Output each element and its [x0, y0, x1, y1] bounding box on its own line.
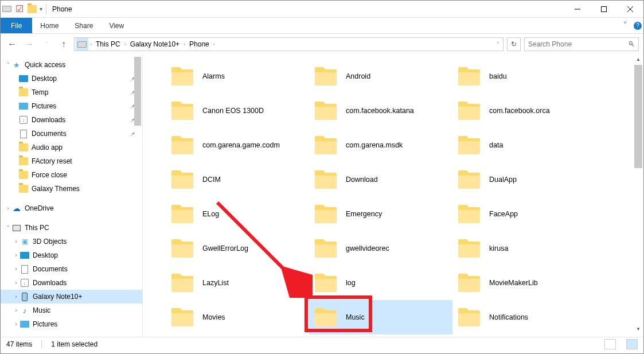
scroll-thumb[interactable]: [634, 65, 642, 168]
folder-icon: [314, 66, 338, 87]
chevron-right-icon[interactable]: ›: [12, 239, 20, 244]
tree-item[interactable]: Documents 📌︎: [1, 127, 142, 141]
folder-item[interactable]: Emergency: [309, 197, 452, 231]
ribbon-collapse-icon[interactable]: ˅: [618, 18, 632, 33]
qa-save-icon[interactable]: ☑: [15, 5, 24, 14]
tree-item[interactable]: ↓ Downloads 📌︎: [1, 113, 142, 127]
folder-item[interactable]: GwellErrorLog: [166, 231, 309, 266]
scroll-up-icon[interactable]: ▲: [634, 57, 642, 65]
chevron-right-icon[interactable]: ›: [12, 252, 20, 258]
tree-item-label: Force close: [32, 171, 138, 179]
tree-item[interactable]: Temp 📌︎: [1, 85, 142, 99]
content-pane[interactable]: Alarms Android baidu Canon EOS 1300D com…: [143, 55, 643, 337]
tree-item[interactable]: Desktop 📌︎: [1, 72, 142, 85]
folder-item[interactable]: Alarms: [166, 59, 309, 94]
folder-item[interactable]: DCIM: [166, 162, 309, 197]
chevron-right-icon[interactable]: ›: [12, 308, 20, 313]
search-input[interactable]: [528, 40, 628, 48]
folder-item[interactable]: com.facebook.orca: [452, 94, 596, 128]
tree-item[interactable]: Force close: [1, 168, 142, 182]
chevron-right-icon[interactable]: ›: [212, 41, 217, 47]
tree-item[interactable]: FActory reset: [1, 154, 142, 168]
tree-item[interactable]: Audio app: [1, 141, 142, 154]
nav-tree[interactable]: ˅ ★ Quick access Desktop 📌︎ Temp 📌︎ Pict…: [1, 55, 143, 337]
recent-dropdown[interactable]: ˅: [40, 37, 53, 51]
tree-item[interactable]: › Galaxy Note10+: [1, 290, 142, 304]
crumb-device[interactable]: Galaxy Note10+: [128, 38, 182, 50]
chevron-right-icon[interactable]: ›: [4, 205, 12, 211]
crumb-phone[interactable]: Phone: [187, 38, 212, 50]
tree-scrollbar[interactable]: [134, 57, 141, 126]
folder-item[interactable]: DualApp: [452, 162, 596, 197]
tree-item[interactable]: › ▣ 3D Objects: [1, 235, 142, 248]
maximize-button[interactable]: [591, 1, 617, 18]
folder-item[interactable]: com.garena.msdk: [309, 128, 452, 162]
folder-item[interactable]: Music: [309, 300, 452, 334]
folder-item[interactable]: gwellvideorec: [309, 231, 452, 266]
tree-item[interactable]: › Documents: [1, 262, 142, 276]
folder-item[interactable]: MovieMakerLib: [452, 266, 596, 300]
folder-item[interactable]: FaceApp: [452, 197, 596, 231]
folder-item[interactable]: log: [309, 266, 452, 300]
minimize-button[interactable]: [564, 1, 591, 18]
tree-item[interactable]: Pictures 📌︎: [1, 99, 142, 113]
folder-item[interactable]: kirusa: [452, 231, 596, 266]
file-tab[interactable]: File: [1, 18, 32, 33]
folder-icon: [19, 157, 28, 166]
crumb-thispc[interactable]: This PC: [93, 38, 123, 50]
tree-item[interactable]: › ♪ Music: [1, 304, 142, 317]
chevron-down-icon[interactable]: ˅: [4, 225, 12, 231]
folder-item[interactable]: Download: [309, 162, 452, 197]
chevron-right-icon[interactable]: ›: [12, 294, 20, 299]
chevron-right-icon[interactable]: ›: [182, 41, 187, 47]
qa-folder-icon[interactable]: [28, 5, 37, 14]
view-details-button[interactable]: [604, 339, 616, 349]
addr-history-icon[interactable]: ˅: [494, 41, 502, 47]
view-icons-button[interactable]: [626, 339, 638, 349]
tree-quick-access[interactable]: ˅ ★ Quick access: [1, 58, 142, 72]
folder-item[interactable]: LazyList: [166, 266, 309, 300]
up-button[interactable]: ↑: [57, 37, 71, 51]
content-scrollbar[interactable]: ▲ ▼: [634, 57, 642, 334]
forward-button[interactable]: →: [22, 37, 36, 51]
tab-view[interactable]: View: [101, 18, 132, 33]
back-button[interactable]: ←: [5, 37, 19, 51]
folder-item[interactable]: baidu: [452, 59, 596, 94]
chevron-right-icon[interactable]: ›: [12, 266, 20, 272]
search-box[interactable]: 🔍︎: [524, 37, 639, 51]
close-button[interactable]: [617, 1, 643, 18]
tab-share[interactable]: Share: [67, 18, 101, 33]
folder-icon: [314, 169, 338, 190]
folder-item[interactable]: com.garena.game.codm: [166, 128, 309, 162]
tree-onedrive[interactable]: › ☁ OneDrive: [1, 201, 142, 215]
folder-item[interactable]: Canon EOS 1300D: [166, 94, 309, 128]
folder-item[interactable]: ELog: [166, 197, 309, 231]
address-bar[interactable]: › This PC › Galaxy Note10+ › Phone › ˅: [74, 37, 504, 51]
tree-item[interactable]: › Pictures: [1, 317, 142, 331]
music-icon: ♪: [20, 306, 29, 315]
qa-overflow-icon[interactable]: ▾: [40, 6, 42, 12]
folder-item[interactable]: data: [452, 128, 596, 162]
addr-device-icon[interactable]: [76, 38, 88, 50]
folder-label: Emergency: [346, 210, 382, 218]
folder-label: Android: [346, 72, 370, 80]
tree-item[interactable]: › Desktop: [1, 248, 142, 262]
folder-item[interactable]: Android: [309, 59, 452, 94]
folder-item[interactable]: com.facebook.katana: [309, 94, 452, 128]
tree-item[interactable]: › ↓ Downloads: [1, 276, 142, 290]
help-icon[interactable]: ?: [632, 18, 643, 33]
chevron-right-icon[interactable]: ›: [12, 321, 20, 327]
chevron-right-icon[interactable]: ›: [123, 41, 128, 47]
chevron-right-icon[interactable]: ›: [88, 41, 93, 47]
chevron-right-icon[interactable]: ›: [12, 280, 20, 286]
search-icon[interactable]: 🔍︎: [628, 40, 635, 48]
chevron-down-icon[interactable]: ˅: [4, 62, 12, 68]
star-icon: ★: [12, 60, 21, 69]
folder-item[interactable]: Movies: [166, 300, 309, 334]
folder-item[interactable]: Notifications: [452, 300, 596, 334]
tree-item[interactable]: Galaxy Themes: [1, 182, 142, 196]
tab-home[interactable]: Home: [32, 18, 67, 33]
tree-this-pc[interactable]: ˅ This PC: [1, 221, 142, 235]
refresh-button[interactable]: ↻: [507, 37, 521, 51]
scroll-down-icon[interactable]: ▼: [634, 326, 642, 334]
